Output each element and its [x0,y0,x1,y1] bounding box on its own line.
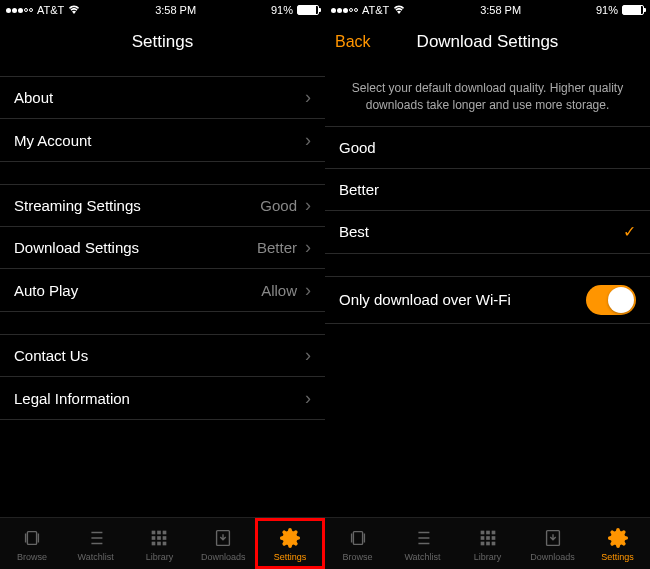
row-label: Auto Play [14,282,261,299]
download-settings-content: Select your default download quality. Hi… [325,64,650,517]
battery-percent: 91% [271,4,293,16]
row-streaming-settings[interactable]: Streaming Settings Good › [0,185,325,227]
time-label: 3:58 PM [155,4,196,16]
chevron-right-icon: › [305,280,311,301]
row-label: Contact Us [14,347,305,364]
tab-browse[interactable]: Browse [325,518,390,569]
row-value: Allow [261,282,297,299]
tab-label: Downloads [530,552,575,562]
svg-rect-4 [152,536,156,540]
svg-rect-6 [163,536,167,540]
wifi-icon [393,5,405,16]
row-label: My Account [14,132,305,149]
gear-icon [278,526,302,550]
svg-rect-13 [486,530,490,534]
row-contact-us[interactable]: Contact Us › [0,335,325,377]
svg-rect-20 [491,541,495,545]
page-title: Download Settings [417,32,559,52]
tab-watchlist[interactable]: Watchlist [64,518,128,569]
row-value: Better [257,239,297,256]
signal-strength-icon [6,8,33,13]
svg-rect-7 [152,541,156,545]
downloads-icon [541,526,565,550]
svg-rect-12 [480,530,484,534]
svg-rect-9 [163,541,167,545]
page-title: Settings [132,32,193,52]
tab-label: Browse [342,552,372,562]
svg-rect-18 [480,541,484,545]
time-label: 3:58 PM [480,4,521,16]
svg-rect-1 [152,530,156,534]
carrier-label: AT&T [37,4,64,16]
option-label: Good [339,139,636,156]
svg-rect-14 [491,530,495,534]
browse-icon [20,526,44,550]
status-bar: AT&T 3:58 PM 91% [0,0,325,20]
tab-label: Settings [601,552,634,562]
chevron-right-icon: › [305,87,311,108]
svg-rect-5 [158,536,162,540]
option-good[interactable]: Good [325,127,650,169]
tab-label: Settings [274,552,307,562]
tab-bar: Browse Watchlist Library Downloads Setti… [0,517,325,569]
tab-settings[interactable]: Settings [255,518,325,569]
back-button[interactable]: Back [335,33,371,51]
checkmark-icon: ✓ [623,222,636,241]
tab-downloads[interactable]: Downloads [520,518,585,569]
carrier-label: AT&T [362,4,389,16]
gear-icon [606,526,630,550]
library-icon [476,526,500,550]
library-icon [147,526,171,550]
tab-browse[interactable]: Browse [0,518,64,569]
tab-label: Browse [17,552,47,562]
signal-strength-icon [331,8,358,13]
battery-icon [297,5,319,15]
tab-settings[interactable]: Settings [585,518,650,569]
svg-rect-16 [486,536,490,540]
row-legal-information[interactable]: Legal Information › [0,377,325,419]
svg-rect-8 [158,541,162,545]
svg-rect-15 [480,536,484,540]
nav-bar: Back Download Settings [325,20,650,64]
row-label: Streaming Settings [14,197,260,214]
svg-rect-2 [158,530,162,534]
tab-label: Library [146,552,174,562]
browse-icon [346,526,370,550]
status-bar: AT&T 3:58 PM 91% [325,0,650,20]
toggle-label: Only download over Wi-Fi [339,291,586,308]
tab-library[interactable]: Library [128,518,192,569]
section-description: Select your default download quality. Hi… [325,64,650,126]
option-label: Better [339,181,636,198]
tab-bar: Browse Watchlist Library Downloads Setti… [325,517,650,569]
row-wifi-only: Only download over Wi-Fi [325,277,650,323]
tab-downloads[interactable]: Downloads [191,518,255,569]
svg-rect-17 [491,536,495,540]
tab-watchlist[interactable]: Watchlist [390,518,455,569]
battery-icon [622,5,644,15]
downloads-icon [211,526,235,550]
tab-label: Watchlist [78,552,114,562]
row-label: About [14,89,305,106]
toggle-knob [608,287,634,313]
screen-download-settings: AT&T 3:58 PM 91% Back Download Settings … [325,0,650,569]
option-better[interactable]: Better [325,169,650,211]
row-download-settings[interactable]: Download Settings Better › [0,227,325,269]
wifi-icon [68,5,80,16]
settings-content: About › My Account › Streaming Settings … [0,64,325,517]
chevron-right-icon: › [305,195,311,216]
wifi-only-toggle[interactable] [586,285,636,315]
tab-label: Library [474,552,502,562]
tab-label: Watchlist [404,552,440,562]
battery-percent: 91% [596,4,618,16]
chevron-right-icon: › [305,130,311,151]
row-about[interactable]: About › [0,77,325,119]
chevron-right-icon: › [305,345,311,366]
row-my-account[interactable]: My Account › [0,119,325,161]
tab-library[interactable]: Library [455,518,520,569]
row-auto-play[interactable]: Auto Play Allow › [0,269,325,311]
option-best[interactable]: Best ✓ [325,211,650,253]
chevron-right-icon: › [305,388,311,409]
screen-settings: AT&T 3:58 PM 91% Settings About › My Acc… [0,0,325,569]
svg-rect-11 [353,531,362,544]
svg-rect-0 [27,531,36,544]
